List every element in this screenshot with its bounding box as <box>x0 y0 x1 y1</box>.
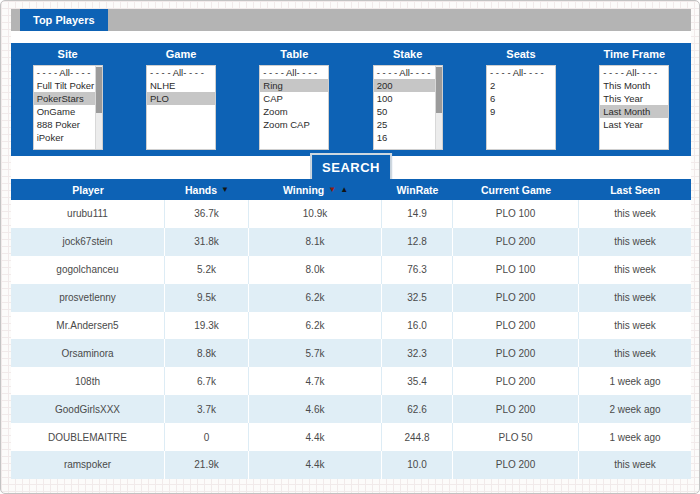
time-frame-listbox[interactable]: - - - - All- - - -This MonthThis YearLas… <box>599 65 669 150</box>
listbox-option[interactable]: This Year <box>600 92 668 105</box>
scrollbar-thumb[interactable] <box>96 67 102 113</box>
column-header-label: Winning <box>283 184 324 196</box>
cell-current-game: PLO 200 <box>453 339 579 367</box>
sort-desc-icon[interactable]: ▼ <box>221 186 229 194</box>
column-header-label: Current Game <box>481 184 551 196</box>
cell-winning: 4.4k <box>249 423 382 451</box>
listbox-option[interactable]: - - - - All- - - - <box>487 66 555 79</box>
column-header-player[interactable]: Player <box>11 179 165 200</box>
cell-current-game: PLO 200 <box>453 284 579 312</box>
filter-label: Game <box>166 47 197 61</box>
tab-top-players[interactable]: Top Players <box>20 9 108 31</box>
cell-winning: 6.2k <box>249 312 382 340</box>
listbox-option[interactable]: - - - - All- - - - <box>147 66 215 79</box>
cell-player: urubu111 <box>11 200 165 228</box>
filter-label: Seats <box>506 47 535 61</box>
listbox-option[interactable]: CAP <box>260 92 328 105</box>
cell-winning: 8.1k <box>249 228 382 256</box>
cell-hands: 36.7k <box>165 200 249 228</box>
cell-player: GoodGirlsXXX <box>11 395 165 423</box>
listbox-option[interactable]: 6 <box>487 92 555 105</box>
cell-current-game: PLO 200 <box>453 228 579 256</box>
cell-winrate: 62.6 <box>382 395 453 423</box>
results-table-body: urubu11136.7k10.9k14.9PLO 100this weekjo… <box>11 200 691 479</box>
cell-last-seen: this week <box>579 284 691 312</box>
cell-winning: 4.7k <box>249 367 382 395</box>
cell-player: prosvetlenny <box>11 284 165 312</box>
cell-player: ramspoker <box>11 451 165 479</box>
table-row: prosvetlenny9.5k6.2k32.5PLO 200this week <box>11 284 691 312</box>
filter-group-table: Table- - - - All- - - -RingCAPZoomZoom C… <box>238 43 351 156</box>
cell-winning: 8.0k <box>249 256 382 284</box>
listbox-option[interactable]: Zoom <box>260 105 328 118</box>
listbox-option[interactable]: 16 <box>374 131 442 144</box>
listbox-option[interactable]: Last Year <box>600 118 668 131</box>
site-listbox[interactable]: - - - - All- - - -Full Tilt PokerPokerSt… <box>33 65 103 150</box>
listbox-option[interactable]: - - - - All- - - - <box>374 66 442 79</box>
listbox-option[interactable]: 50 <box>374 105 442 118</box>
column-header-winning[interactable]: Winning▼▲ <box>249 179 382 200</box>
listbox-option[interactable]: OnGame <box>34 105 102 118</box>
listbox-option[interactable]: Full Tilt Poker <box>34 79 102 92</box>
listbox-option[interactable]: 9 <box>487 105 555 118</box>
cell-player: gogolchanceu <box>11 256 165 284</box>
listbox-option[interactable]: 2 <box>487 79 555 92</box>
column-header-last-seen[interactable]: Last Seen <box>579 179 691 200</box>
listbox-option[interactable]: This Month <box>600 79 668 92</box>
listbox-option[interactable]: 200 <box>374 79 442 92</box>
cell-hands: 19.3k <box>165 312 249 340</box>
seats-listbox[interactable]: - - - - All- - - -269 <box>486 65 556 150</box>
column-header-winrate[interactable]: WinRate <box>382 179 453 200</box>
top-players-page: Top Players Site- - - - All- - - -Full T… <box>0 0 700 494</box>
cell-hands: 8.8k <box>165 339 249 367</box>
cell-last-seen: this week <box>579 256 691 284</box>
cell-winning: 4.4k <box>249 451 382 479</box>
cell-winrate: 12.8 <box>382 228 453 256</box>
cell-hands: 5.2k <box>165 256 249 284</box>
cell-last-seen: this week <box>579 312 691 340</box>
listbox-option[interactable]: iPoker <box>34 131 102 144</box>
listbox-option[interactable]: PLO <box>147 92 215 105</box>
listbox-scrollbar[interactable] <box>95 66 102 149</box>
scrollbar-thumb[interactable] <box>436 67 442 113</box>
cell-last-seen: 1 week ago <box>579 367 691 395</box>
column-header-label: Hands <box>185 184 217 196</box>
cell-last-seen: this week <box>579 200 691 228</box>
table-listbox[interactable]: - - - - All- - - -RingCAPZoomZoom CAP <box>259 65 329 150</box>
cell-winrate: 16.0 <box>382 312 453 340</box>
game-listbox[interactable]: - - - - All- - - -NLHEPLO <box>146 65 216 150</box>
listbox-option[interactable]: - - - - All- - - - <box>34 66 102 79</box>
cell-current-game: PLO 100 <box>453 256 579 284</box>
cell-winrate: 14.9 <box>382 200 453 228</box>
listbox-option[interactable]: 25 <box>374 118 442 131</box>
filter-label: Site <box>58 47 78 61</box>
stake-listbox[interactable]: - - - - All- - - -200100502516 <box>373 65 443 150</box>
tab-bar: Top Players <box>11 9 691 31</box>
column-header-hands[interactable]: Hands▼ <box>165 179 249 200</box>
cell-player: Orsaminora <box>11 339 165 367</box>
column-header-current-game[interactable]: Current Game <box>453 179 579 200</box>
listbox-option[interactable]: PokerStars <box>34 92 102 105</box>
content-area: Top Players Site- - - - All- - - -Full T… <box>11 9 691 479</box>
listbox-option[interactable]: Zoom CAP <box>260 118 328 131</box>
cell-current-game: PLO 50 <box>453 423 579 451</box>
listbox-option[interactable]: Ring <box>260 79 328 92</box>
listbox-option[interactable]: 100 <box>374 92 442 105</box>
cell-hands: 31.8k <box>165 228 249 256</box>
cell-winning: 6.2k <box>249 284 382 312</box>
listbox-scrollbar[interactable] <box>435 66 442 149</box>
listbox-option[interactable]: NLHE <box>147 79 215 92</box>
sort-desc-icon[interactable]: ▼ <box>328 186 336 194</box>
filter-group-stake: Stake- - - - All- - - -200100502516 <box>351 43 464 156</box>
cell-winning: 10.9k <box>249 200 382 228</box>
sort-asc-icon[interactable]: ▲ <box>340 186 348 194</box>
listbox-option[interactable]: - - - - All- - - - <box>600 66 668 79</box>
cell-winning: 4.6k <box>249 395 382 423</box>
listbox-option[interactable]: Last Month <box>600 105 668 118</box>
listbox-option[interactable]: - - - - All- - - - <box>260 66 328 79</box>
search-button[interactable]: SEARCH <box>310 153 392 179</box>
listbox-option[interactable]: 888 Poker <box>34 118 102 131</box>
results-table-header: PlayerHands▼Winning▼▲WinRateCurrent Game… <box>11 179 691 200</box>
search-strip: SEARCH <box>11 156 691 179</box>
cell-current-game: PLO 200 <box>453 367 579 395</box>
